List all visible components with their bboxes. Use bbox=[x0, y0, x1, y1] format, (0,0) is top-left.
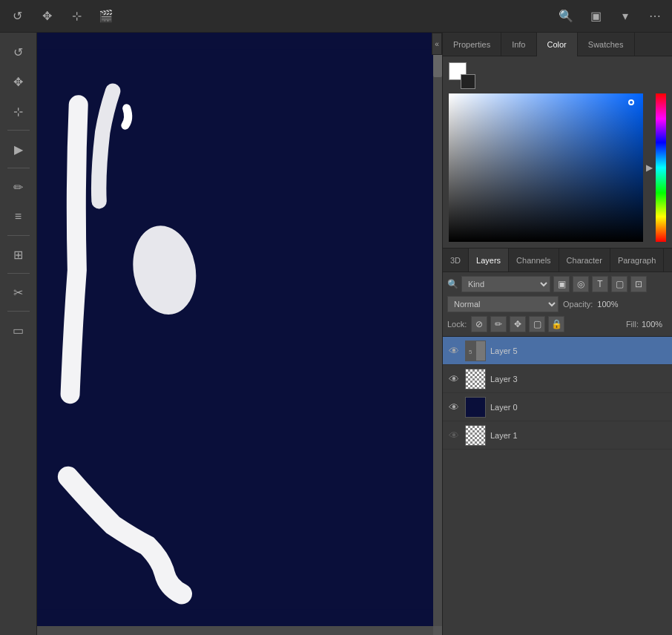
lock-transparent-icon[interactable]: ⊘ bbox=[471, 316, 487, 332]
layer-thumb-layer0 bbox=[465, 397, 486, 418]
opacity-value: 100% bbox=[597, 300, 623, 309]
color-panel-tabs: Properties Info Color Swatches bbox=[443, 33, 672, 56]
layer-thumb-layer3 bbox=[465, 369, 486, 389]
left-tool-panel: ↺ ✥ ⊹ ▶ ✏ ≡ ⊞ ✂ ▭ bbox=[0, 33, 37, 635]
color-picker-area: ▶ bbox=[449, 93, 666, 242]
panel-collapse-handle[interactable]: « bbox=[432, 33, 442, 55]
tool-separator-3 bbox=[7, 235, 30, 236]
brush-tool[interactable]: ✏ bbox=[5, 174, 32, 200]
frame-tool[interactable]: ▭ bbox=[5, 317, 32, 343]
more-icon[interactable]: ⋯ bbox=[647, 8, 663, 24]
tab-channels[interactable]: Channels bbox=[509, 249, 559, 272]
play-tool[interactable]: ▶ bbox=[5, 136, 32, 162]
lock-row: Lock: ⊘ ✏ ✥ ▢ 🔒 Fill: 100% bbox=[447, 316, 668, 332]
layer-item-layer5[interactable]: 👁 5 Layer 5 bbox=[443, 337, 672, 365]
color-section: ▶ bbox=[443, 56, 672, 249]
picker-cursor bbox=[628, 99, 634, 105]
kind-search-icon: 🔍 bbox=[447, 279, 458, 289]
lock-label: Lock: bbox=[447, 320, 467, 329]
tool-separator-1 bbox=[7, 130, 30, 131]
expand-color-arrow[interactable]: ▶ bbox=[646, 93, 653, 242]
canvas-content[interactable] bbox=[37, 33, 433, 626]
tab-info[interactable]: Info bbox=[501, 33, 536, 56]
layer-name-layer0: Layer 0 bbox=[490, 403, 518, 412]
tool-separator-2 bbox=[7, 168, 30, 168]
visibility-eye-layer5[interactable]: 👁 bbox=[447, 344, 461, 358]
fill-label: Fill: bbox=[626, 320, 639, 329]
layers-controls: 🔍 Kind ▣ ◎ T ▢ ⊡ Normal Multiply Screen … bbox=[443, 272, 672, 337]
layer-filter-shape-icon[interactable]: ▢ bbox=[611, 276, 627, 292]
layer-name-layer5: Layer 5 bbox=[490, 346, 518, 355]
fg-bg-colors[interactable] bbox=[449, 62, 475, 89]
expand-icon[interactable]: ▾ bbox=[617, 8, 633, 24]
lock-move-icon[interactable]: ✥ bbox=[510, 316, 526, 332]
horizontal-scrollbar[interactable] bbox=[37, 626, 433, 635]
svg-rect-3 bbox=[476, 340, 485, 361]
history-tool[interactable]: ↺ bbox=[5, 39, 32, 65]
tab-color[interactable]: Color bbox=[537, 33, 578, 56]
artboard-icon[interactable]: ⊹ bbox=[68, 8, 85, 24]
visibility-eye-layer3[interactable]: 👁 bbox=[447, 372, 461, 386]
search-icon[interactable]: 🔍 bbox=[558, 8, 574, 24]
history-icon[interactable]: ↺ bbox=[9, 8, 25, 24]
move-tool[interactable]: ✥ bbox=[5, 68, 32, 95]
kind-filter-row: 🔍 Kind ▣ ◎ T ▢ ⊡ bbox=[447, 276, 668, 292]
layer-list: 👁 5 Layer 5 👁 Layer 3 👁 bbox=[443, 337, 672, 635]
right-panel: Properties Info Color Swatches ▶ bbox=[442, 33, 672, 635]
kind-select[interactable]: Kind bbox=[461, 276, 550, 292]
layer-name-layer3: Layer 3 bbox=[490, 375, 518, 384]
canvas-svg bbox=[37, 33, 433, 626]
tab-swatches[interactable]: Swatches bbox=[578, 33, 635, 56]
video-icon[interactable]: 🎬 bbox=[98, 8, 114, 24]
tab-properties[interactable]: Properties bbox=[443, 33, 501, 56]
tab-paragraph[interactable]: Paragraph bbox=[610, 249, 664, 272]
options-tool[interactable]: ≡ bbox=[5, 203, 32, 230]
layer-filter-pixel-icon[interactable]: ▣ bbox=[553, 276, 570, 292]
saturation-picker[interactable] bbox=[449, 93, 643, 242]
transform-tool[interactable]: ⊹ bbox=[5, 98, 32, 125]
background-color[interactable] bbox=[461, 74, 475, 89]
fill-value: 100% bbox=[642, 320, 668, 329]
blend-mode-select[interactable]: Normal Multiply Screen bbox=[447, 296, 559, 312]
layer-filter-type-icon[interactable]: T bbox=[592, 276, 608, 292]
lock-all-icon[interactable]: 🔒 bbox=[548, 316, 564, 332]
tab-3d[interactable]: 3D bbox=[443, 249, 469, 272]
vertical-scrollbar[interactable] bbox=[433, 33, 442, 626]
layer-item-layer0[interactable]: 👁 Layer 0 bbox=[443, 393, 672, 421]
layer-thumb-layer5: 5 bbox=[465, 340, 486, 361]
opacity-label: Opacity: bbox=[563, 300, 593, 309]
layer-item-layer1[interactable]: 👁 Layer 1 bbox=[443, 421, 672, 450]
tab-character[interactable]: Character bbox=[559, 249, 610, 272]
layer-name-layer1: Layer 1 bbox=[490, 431, 518, 440]
visibility-eye-layer1[interactable]: 👁 bbox=[447, 429, 461, 442]
cut-tool[interactable]: ✂ bbox=[5, 279, 32, 306]
fg-bg-swatches-row bbox=[449, 62, 666, 89]
visibility-eye-layer0[interactable]: 👁 bbox=[447, 401, 461, 414]
layers-section: 3D Layers Channels Character Paragraph 🔍… bbox=[443, 249, 672, 635]
layer-thumb-layer1 bbox=[465, 425, 486, 446]
layer-filter-smart-icon[interactable]: ⊡ bbox=[630, 276, 647, 292]
tool-separator-5 bbox=[7, 311, 30, 312]
layer-item-layer3[interactable]: 👁 Layer 3 bbox=[443, 365, 672, 393]
tab-layers[interactable]: Layers bbox=[469, 249, 509, 272]
layer-filter-adjust-icon[interactable]: ◎ bbox=[573, 276, 589, 292]
top-toolbar: ↺ ✥ ⊹ 🎬 🔍 ▣ ▾ ⋯ bbox=[0, 0, 672, 33]
svg-text:5: 5 bbox=[469, 349, 472, 355]
layer-tool[interactable]: ⊞ bbox=[5, 241, 32, 268]
tool-separator-4 bbox=[7, 273, 30, 274]
move-icon[interactable]: ✥ bbox=[39, 8, 55, 24]
layers-panel-tabs: 3D Layers Channels Character Paragraph bbox=[443, 249, 672, 272]
lock-paint-icon[interactable]: ✏ bbox=[490, 316, 507, 332]
panel-toggle-icon[interactable]: ▣ bbox=[587, 8, 604, 24]
hue-spectrum[interactable] bbox=[656, 93, 666, 242]
blend-mode-row: Normal Multiply Screen Opacity: 100% bbox=[447, 296, 668, 312]
canvas-area bbox=[37, 33, 442, 635]
lock-artboard-icon[interactable]: ▢ bbox=[529, 316, 545, 332]
